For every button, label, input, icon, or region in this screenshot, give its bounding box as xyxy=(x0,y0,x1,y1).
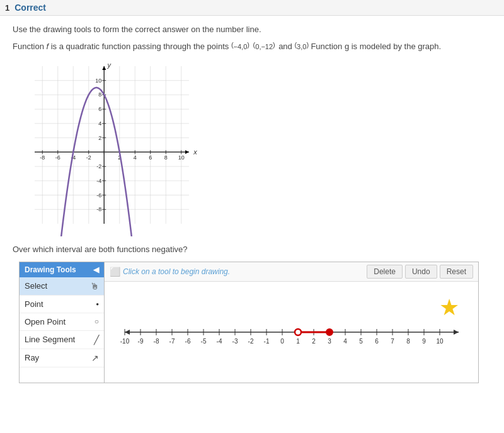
svg-text:-1: -1 xyxy=(263,338,269,345)
svg-text:6: 6 xyxy=(375,338,379,345)
svg-point-46 xyxy=(295,329,301,335)
point-icon: ● xyxy=(96,301,99,307)
reset-button[interactable]: Reset xyxy=(440,265,473,279)
function-g-text: Function g is modeled by the graph. xyxy=(311,42,441,51)
and-text: and xyxy=(278,42,294,51)
svg-text:-5: -5 xyxy=(200,338,206,345)
svg-text:-8: -8 xyxy=(153,338,159,345)
svg-marker-1 xyxy=(125,330,130,335)
tool-point-label: Point xyxy=(25,299,43,309)
ray-icon: ↗ xyxy=(91,353,99,363)
svg-text:2: 2 xyxy=(312,338,316,345)
svg-text:-6: -6 xyxy=(185,338,190,345)
tool-ray[interactable]: Ray ↗ xyxy=(20,349,104,367)
svg-text:8: 8 xyxy=(406,338,410,345)
point1: (−4,0) xyxy=(231,41,249,53)
svg-text:4: 4 xyxy=(343,338,347,345)
graph-canvas xyxy=(13,60,198,236)
delete-icon: ⬜ xyxy=(110,267,120,277)
drawing-tools-title: Drawing Tools xyxy=(25,265,76,274)
tools-area: Drawing Tools ◀ Select 🖱 Point ● Open Po… xyxy=(19,262,479,383)
svg-text:-2: -2 xyxy=(248,338,253,345)
svg-text:1: 1 xyxy=(296,338,300,345)
right-panel: ⬜ Click on a tool to begin drawing. Dele… xyxy=(105,262,478,383)
svg-point-47 xyxy=(326,329,333,335)
svg-text:9: 9 xyxy=(422,338,426,345)
question-number: 1 xyxy=(5,3,9,13)
star-icon: ★ xyxy=(439,294,459,321)
number-line-svg: -10 -9 -8 -7 -6 -5 -4 -3 -2 xyxy=(118,313,465,351)
tool-select-label: Select xyxy=(25,281,47,291)
tool-select[interactable]: Select 🖱 xyxy=(20,277,104,296)
select-icon: 🖱 xyxy=(90,281,99,291)
svg-text:10: 10 xyxy=(436,338,444,345)
svg-text:7: 7 xyxy=(391,338,394,345)
svg-text:-3: -3 xyxy=(232,338,238,345)
status-badge: Correct xyxy=(14,3,46,13)
function-description: Function f is a quadratic function passi… xyxy=(13,40,491,54)
svg-text:5: 5 xyxy=(359,338,363,345)
tool-line-segment-label: Line Segment xyxy=(25,335,75,344)
tool-open-point-label: Open Point xyxy=(25,317,66,326)
drawing-tools-header: Drawing Tools ◀ xyxy=(20,262,104,277)
instruction-text: Use the drawing tools to form the correc… xyxy=(13,25,491,34)
svg-text:-10: -10 xyxy=(120,338,129,345)
undo-button[interactable]: Undo xyxy=(405,265,437,279)
function-desc-text: Function f is a quadratic function passi… xyxy=(13,42,231,51)
svg-text:0: 0 xyxy=(280,338,284,345)
svg-text:-4: -4 xyxy=(216,338,222,345)
drawing-tools-panel: Drawing Tools ◀ Select 🖱 Point ● Open Po… xyxy=(20,262,105,383)
tool-line-segment[interactable]: Line Segment ╱ xyxy=(20,331,104,349)
graph-container xyxy=(13,60,491,238)
toolbar-hint: Click on a tool to begin drawing. xyxy=(123,267,364,276)
delete-button[interactable]: Delete xyxy=(367,265,403,279)
question-text: Over which interval are both functions n… xyxy=(13,245,491,254)
page-header: 1 Correct xyxy=(0,0,504,16)
tool-open-point[interactable]: Open Point ○ xyxy=(20,313,104,331)
line-segment-icon: ╱ xyxy=(94,335,99,345)
open-point-icon: ○ xyxy=(94,317,99,326)
collapse-icon[interactable]: ◀ xyxy=(93,265,99,274)
svg-text:-9: -9 xyxy=(137,338,143,345)
number-line-area: ★ -10 -9 -8 xyxy=(105,282,478,383)
number-line-toolbar: ⬜ Click on a tool to begin drawing. Dele… xyxy=(105,262,478,282)
svg-text:-7: -7 xyxy=(169,338,175,345)
svg-marker-2 xyxy=(454,330,459,335)
point3: (3,0) xyxy=(294,42,311,51)
tool-point[interactable]: Point ● xyxy=(20,296,104,313)
tool-ray-label: Ray xyxy=(25,353,39,362)
main-content: Use the drawing tools to form the correc… xyxy=(0,16,504,392)
point2: (0,−12) xyxy=(253,42,278,51)
svg-text:3: 3 xyxy=(328,338,331,345)
